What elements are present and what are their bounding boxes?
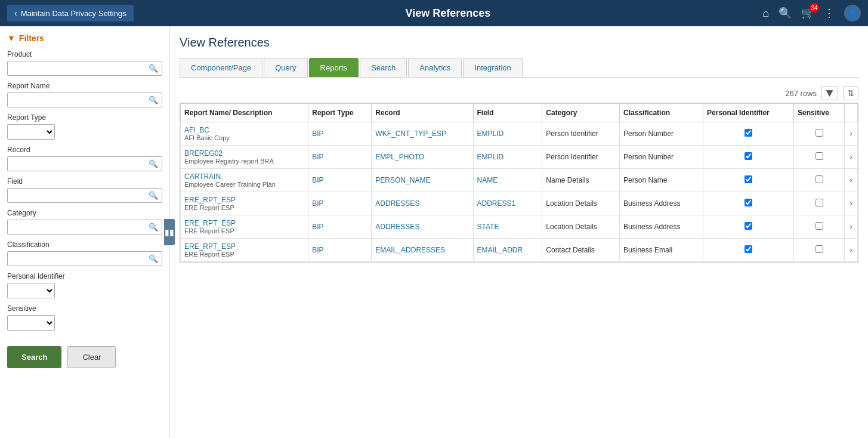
category-label: Category (7, 209, 162, 217)
sensitive-checkbox[interactable] (816, 245, 823, 253)
home-icon[interactable]: ⌂ (762, 7, 769, 20)
tab-component[interactable]: Component/Page (180, 58, 262, 77)
chevron-right-icon[interactable]: › (850, 129, 852, 138)
tab-search[interactable]: Search (360, 58, 407, 77)
sensitive-select[interactable] (7, 315, 55, 331)
report-name-input-wrap: 🔍 (7, 92, 162, 107)
personal-identifier-checkbox[interactable] (745, 129, 752, 137)
category-search-icon[interactable]: 🔍 (145, 220, 162, 234)
field-link[interactable]: STATE (477, 223, 499, 231)
category-input-wrap: 🔍 (7, 220, 162, 235)
report-name-link[interactable]: ERE_RPT_ESP (184, 219, 304, 227)
sensitive-checkbox[interactable] (816, 199, 823, 206)
record-input[interactable] (8, 158, 145, 171)
tab-integration[interactable]: Integration (463, 58, 522, 77)
search-icon[interactable]: 🔍 (779, 7, 792, 20)
user-avatar[interactable]: 👤 (844, 5, 861, 21)
personal-identifier-checkbox[interactable] (745, 199, 752, 206)
row-chevron-cell[interactable]: › (844, 239, 857, 262)
personal-identifier-cell (703, 239, 794, 262)
field-link[interactable]: NAME (477, 176, 498, 184)
field-input[interactable] (8, 189, 145, 202)
search-button[interactable]: Search (7, 346, 61, 368)
notifications-icon[interactable]: 🛒 34 (801, 7, 814, 20)
report-name-search-icon[interactable]: 🔍 (145, 93, 162, 107)
report-name-link[interactable]: BREREG02 (184, 149, 304, 158)
report-type-link[interactable]: BIP (312, 199, 323, 208)
record-cell: WKF_CNT_TYP_ESP (372, 122, 473, 146)
sensitive-checkbox[interactable] (816, 129, 823, 137)
back-button[interactable]: ‹ Maintain Data Privacy Settings (7, 5, 134, 21)
report-type-link[interactable]: BIP (312, 176, 323, 184)
field-link[interactable]: EMPLID (477, 129, 504, 138)
classification-input[interactable] (8, 252, 145, 266)
tab-reports[interactable]: Reports (309, 58, 359, 77)
report-name-input[interactable] (8, 94, 145, 107)
row-chevron-cell[interactable]: › (844, 215, 857, 239)
column-header: Report Name/ Description (181, 104, 308, 122)
record-link[interactable]: EMPL_PHOTO (375, 153, 424, 161)
record-label: Record (7, 146, 162, 154)
tab-analytics[interactable]: Analytics (408, 58, 462, 77)
chevron-right-icon[interactable]: › (850, 223, 852, 231)
chevron-right-icon[interactable]: › (850, 246, 852, 254)
sensitive-checkbox[interactable] (816, 152, 823, 160)
topbar: ‹ Maintain Data Privacy Settings View Re… (0, 0, 868, 26)
record-link[interactable]: EMAIL_ADDRESSES (375, 246, 445, 254)
report-name-link[interactable]: CARTRAIN (184, 172, 304, 181)
row-chevron-cell[interactable]: › (844, 169, 857, 192)
product-search-icon[interactable]: 🔍 (145, 61, 162, 75)
field-link[interactable]: EMPLID (477, 153, 504, 161)
chevron-right-icon[interactable]: › (850, 176, 852, 184)
product-input[interactable] (8, 62, 145, 75)
report-name-link[interactable]: AFI_BC (184, 126, 304, 134)
main-layout: ▼ Filters Product 🔍 Report Name 🔍 Report… (0, 26, 868, 438)
table-row: ERE_RPT_ESPERE Report ESPBIPEMAIL_ADDRES… (181, 239, 858, 262)
personal-identifier-select[interactable] (7, 283, 55, 298)
report-type-select[interactable] (7, 124, 55, 140)
column-header: Personal Identifier (703, 104, 794, 122)
report-type-link[interactable]: BIP (312, 246, 323, 254)
report-type-link[interactable]: BIP (312, 153, 323, 161)
sensitive-checkbox[interactable] (816, 222, 823, 230)
classification-search-icon[interactable]: 🔍 (145, 252, 162, 266)
field-search-icon[interactable]: 🔍 (145, 189, 162, 202)
chevron-right-icon[interactable]: › (850, 199, 852, 208)
personal-identifier-checkbox[interactable] (745, 245, 752, 253)
report-type-cell: BIP (308, 122, 372, 146)
personal-identifier-checkbox[interactable] (745, 152, 752, 160)
record-link[interactable]: PERSON_NAME (375, 176, 430, 184)
tab-query[interactable]: Query (264, 58, 307, 77)
record-link[interactable]: WKF_CNT_TYP_ESP (375, 129, 446, 138)
report-name-link[interactable]: ERE_RPT_ESP (184, 242, 304, 251)
sensitive-checkbox[interactable] (816, 175, 823, 183)
clear-button[interactable]: Clear (67, 346, 116, 368)
report-type-link[interactable]: BIP (312, 223, 323, 231)
report-type-link[interactable]: BIP (312, 129, 323, 138)
category-input[interactable] (8, 221, 145, 234)
sensitive-cell (794, 192, 845, 215)
row-chevron-cell[interactable]: › (844, 146, 857, 169)
chevron-right-icon[interactable]: › (850, 153, 852, 161)
record-link[interactable]: ADDRESSES (375, 223, 419, 231)
field-link[interactable]: EMAIL_ADDR (477, 246, 523, 254)
row-chevron-cell[interactable]: › (844, 122, 857, 146)
export-icon[interactable]: ⯆ (821, 86, 838, 100)
record-search-icon[interactable]: 🔍 (145, 157, 162, 171)
report-name-link[interactable]: ERE_RPT_ESP (184, 196, 304, 204)
table-row: ERE_RPT_ESPERE Report ESPBIPADDRESSESADD… (181, 192, 858, 215)
filters-toggle-icon[interactable]: ▼ (7, 33, 16, 43)
personal-identifier-cell (703, 146, 794, 169)
classification-cell: Business Address (620, 192, 703, 215)
more-options-icon[interactable]: ⋮ (824, 7, 835, 20)
row-chevron-cell[interactable]: › (844, 192, 857, 215)
content-area: View References Component/PageQueryRepor… (170, 26, 868, 438)
sort-icon[interactable]: ⇅ (843, 86, 858, 100)
reports-table: Report Name/ DescriptionReport TypeRecor… (180, 103, 858, 262)
field-link[interactable]: ADDRESS1 (477, 199, 516, 208)
personal-identifier-checkbox[interactable] (745, 222, 752, 230)
report-desc: ERE Report ESP (184, 251, 304, 258)
record-link[interactable]: ADDRESSES (375, 199, 419, 208)
collapse-panel-handle[interactable]: ▮▮ (164, 219, 175, 245)
personal-identifier-checkbox[interactable] (745, 175, 752, 183)
